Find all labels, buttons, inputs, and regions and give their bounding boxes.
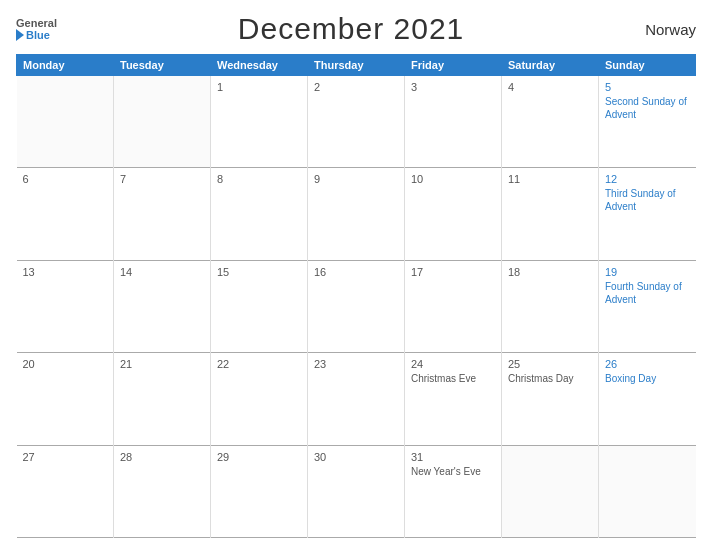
day-number: 30 [314,451,398,463]
calendar-week-row: 2021222324Christmas Eve25Christmas Day26… [17,353,696,445]
calendar-week-row: 6789101112Third Sunday of Advent [17,168,696,260]
calendar-cell [599,445,696,537]
calendar-cell: 3 [405,76,502,168]
calendar-cell: 14 [114,260,211,352]
day-number: 7 [120,173,204,185]
header: General Blue December 2021 Norway [16,12,696,46]
calendar-cell: 23 [308,353,405,445]
calendar-cell: 29 [211,445,308,537]
header-saturday: Saturday [502,55,599,76]
calendar-cell: 11 [502,168,599,260]
calendar-cell: 9 [308,168,405,260]
day-number: 1 [217,81,301,93]
logo-blue-text: Blue [16,29,57,41]
day-number: 17 [411,266,495,278]
day-number: 25 [508,358,592,370]
day-number: 21 [120,358,204,370]
header-friday: Friday [405,55,502,76]
day-number: 10 [411,173,495,185]
holiday-label: Christmas Eve [411,372,495,385]
day-number: 29 [217,451,301,463]
day-number: 6 [23,173,108,185]
day-number: 28 [120,451,204,463]
day-number: 23 [314,358,398,370]
calendar-cell: 30 [308,445,405,537]
calendar-cell: 15 [211,260,308,352]
day-number: 2 [314,81,398,93]
calendar-week-row: 13141516171819Fourth Sunday of Advent [17,260,696,352]
calendar-cell: 6 [17,168,114,260]
logo-triangle-icon [16,29,24,41]
day-number: 31 [411,451,495,463]
day-number: 15 [217,266,301,278]
holiday-label: Third Sunday of Advent [605,187,690,213]
holiday-label: Christmas Day [508,372,592,385]
header-thursday: Thursday [308,55,405,76]
calendar-title: December 2021 [238,12,464,46]
calendar-cell: 20 [17,353,114,445]
calendar-cell [502,445,599,537]
holiday-label: Fourth Sunday of Advent [605,280,690,306]
calendar-cell: 21 [114,353,211,445]
day-number: 27 [23,451,108,463]
calendar-cell [114,76,211,168]
header-monday: Monday [17,55,114,76]
day-number: 3 [411,81,495,93]
day-number: 18 [508,266,592,278]
day-number: 22 [217,358,301,370]
calendar-week-row: 12345Second Sunday of Advent [17,76,696,168]
holiday-label: Boxing Day [605,372,690,385]
logo-general-text: General [16,17,57,29]
day-number: 11 [508,173,592,185]
weekday-header-row: Monday Tuesday Wednesday Thursday Friday… [17,55,696,76]
day-number: 5 [605,81,690,93]
page: General Blue December 2021 Norway Monday… [0,0,712,550]
calendar-cell: 2 [308,76,405,168]
day-number: 20 [23,358,108,370]
calendar-cell: 26Boxing Day [599,353,696,445]
day-number: 19 [605,266,690,278]
calendar-table: Monday Tuesday Wednesday Thursday Friday… [16,54,696,538]
calendar-cell: 5Second Sunday of Advent [599,76,696,168]
calendar-cell: 24Christmas Eve [405,353,502,445]
calendar-cell: 31New Year's Eve [405,445,502,537]
day-number: 26 [605,358,690,370]
calendar-cell: 7 [114,168,211,260]
calendar-cell: 27 [17,445,114,537]
calendar-week-row: 2728293031New Year's Eve [17,445,696,537]
logo: General Blue [16,17,57,41]
calendar-cell: 4 [502,76,599,168]
day-number: 13 [23,266,108,278]
day-number: 14 [120,266,204,278]
calendar-cell: 16 [308,260,405,352]
day-number: 4 [508,81,592,93]
calendar-cell: 25Christmas Day [502,353,599,445]
calendar-cell: 10 [405,168,502,260]
calendar-cell: 28 [114,445,211,537]
header-tuesday: Tuesday [114,55,211,76]
calendar-cell [17,76,114,168]
country-label: Norway [645,21,696,38]
holiday-label: Second Sunday of Advent [605,95,690,121]
day-number: 8 [217,173,301,185]
header-wednesday: Wednesday [211,55,308,76]
calendar-cell: 17 [405,260,502,352]
calendar-cell: 12Third Sunday of Advent [599,168,696,260]
day-number: 12 [605,173,690,185]
calendar-cell: 1 [211,76,308,168]
calendar-cell: 8 [211,168,308,260]
day-number: 16 [314,266,398,278]
calendar-cell: 19Fourth Sunday of Advent [599,260,696,352]
calendar-cell: 18 [502,260,599,352]
calendar-cell: 13 [17,260,114,352]
day-number: 9 [314,173,398,185]
calendar-cell: 22 [211,353,308,445]
holiday-label: New Year's Eve [411,465,495,478]
day-number: 24 [411,358,495,370]
header-sunday: Sunday [599,55,696,76]
